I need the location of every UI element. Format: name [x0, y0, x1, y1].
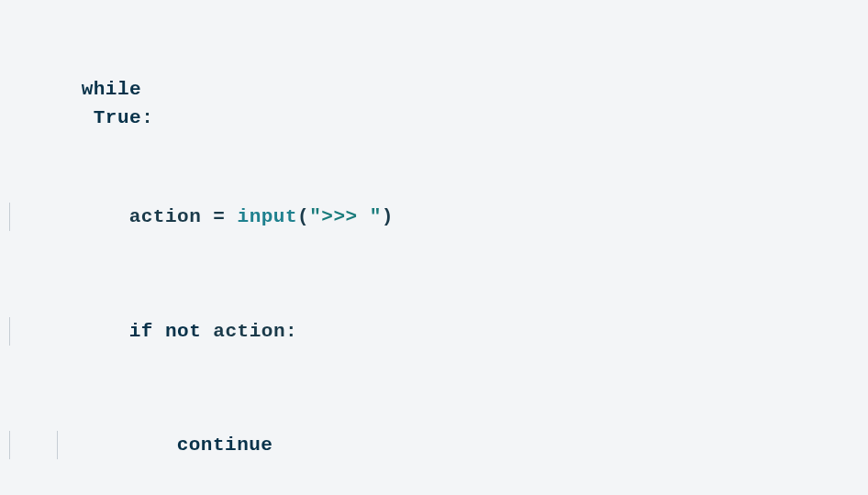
string-literal: ">>> "	[309, 206, 382, 227]
paren-close: )	[382, 206, 394, 227]
code-line[interactable]: while True:	[0, 89, 868, 117]
code-editor[interactable]: while True: action = input(">>> ") if no…	[0, 0, 868, 495]
code-line[interactable]: continue	[0, 431, 868, 459]
keyword-not: not	[165, 321, 201, 342]
code-line[interactable]: action = input(">>> ")	[0, 203, 868, 231]
punct-colon: :	[141, 107, 153, 128]
constant-true: True	[94, 107, 141, 128]
operator-eq: =	[213, 206, 237, 227]
punct-colon: :	[285, 321, 297, 342]
paren-open: (	[297, 206, 309, 227]
variable: action	[201, 321, 285, 342]
code-line[interactable]: if not action:	[0, 317, 868, 346]
variable: action	[129, 206, 214, 227]
builtin-input: input	[238, 206, 298, 227]
keyword-continue: continue	[177, 434, 273, 456]
keyword-if: if	[129, 321, 153, 342]
keyword-while: while	[82, 79, 142, 100]
